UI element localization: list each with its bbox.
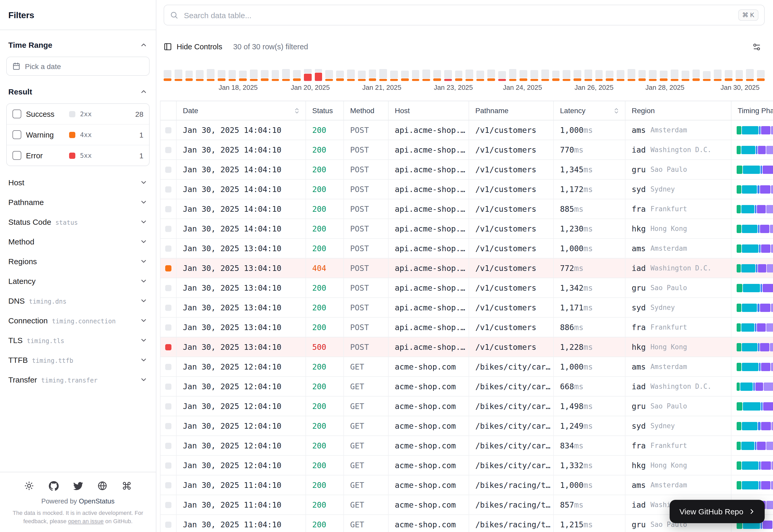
timing-phase-bar[interactable] [737,323,773,331]
timing-phase-bar[interactable] [737,284,773,292]
table-row[interactable]: Jan 30, 2025 13:04:10 200 POST api.acme-… [160,239,773,258]
column-header[interactable] [160,101,176,120]
row-status-indicator[interactable] [165,364,171,370]
row-status-indicator[interactable] [165,383,171,390]
histogram-bar[interactable] [423,70,430,81]
histogram-bar[interactable] [315,69,322,81]
date-picker[interactable]: Pick a date [6,57,149,76]
histogram-bar[interactable] [326,70,333,81]
histogram-bar[interactable] [520,70,527,81]
timing-phase-bar[interactable] [737,402,773,410]
row-status-indicator[interactable] [165,166,171,173]
sort-chevrons-icon[interactable] [613,107,620,114]
histogram-bar[interactable] [509,69,517,81]
histogram-bar[interactable] [573,70,581,81]
row-status-indicator[interactable] [165,304,171,311]
github-link-button[interactable] [48,481,59,491]
timing-phase-bar[interactable] [737,343,773,351]
timing-phase-bar[interactable] [737,363,773,371]
histogram-bar[interactable] [595,70,603,81]
sort-chevrons-icon[interactable] [294,107,300,114]
histogram-bar[interactable] [757,70,765,81]
time-range-section-toggle[interactable]: Time Range [6,34,149,56]
timing-phase-bar[interactable] [737,146,773,154]
view-github-repo-button[interactable]: View GitHub Repo [670,500,765,523]
search-input[interactable] [183,10,733,20]
row-status-indicator[interactable] [165,285,171,291]
open-issue-link[interactable]: open an issue [68,518,104,524]
filter-section-toggle[interactable]: DNS timing.dns [6,291,149,310]
histogram-bar[interactable] [606,71,614,81]
row-status-indicator[interactable] [165,482,171,488]
histogram-bar[interactable] [746,69,754,81]
table-row[interactable]: Jan 30, 2025 12:04:10 200 GET acme-shop.… [160,456,773,475]
table-row[interactable]: Jan 30, 2025 14:04:10 200 POST api.acme-… [160,140,773,160]
table-row[interactable]: Jan 30, 2025 14:04:10 200 POST api.acme-… [160,219,773,239]
table-row[interactable]: Jan 30, 2025 13:04:10 200 POST api.acme-… [160,318,773,337]
filter-section-toggle[interactable]: Pathname [6,192,149,212]
table-row[interactable]: Jan 30, 2025 13:04:10 200 POST api.acme-… [160,278,773,298]
table-row[interactable]: Jan 30, 2025 14:04:10 200 POST api.acme-… [160,199,773,219]
table-row[interactable]: Jan 30, 2025 13:04:10 200 POST api.acme-… [160,298,773,318]
column-header[interactable]: Region [626,101,731,120]
histogram-bar[interactable] [358,71,366,81]
histogram-bar[interactable] [218,70,226,81]
histogram-bar[interactable] [412,70,419,81]
filter-section-toggle[interactable]: TTFB timing.ttfb [6,350,149,370]
result-option-row[interactable]: Error 5xx 1 [7,145,149,166]
result-checkbox[interactable] [12,110,21,118]
table-row[interactable]: Jan 30, 2025 12:04:10 200 GET acme-shop.… [160,357,773,377]
row-status-indicator[interactable] [165,245,171,251]
histogram-bar[interactable] [638,70,646,81]
command-menu-button[interactable] [121,481,132,491]
histogram-bar[interactable] [185,71,193,81]
histogram-bar[interactable] [714,70,722,81]
timing-phase-bar[interactable] [737,244,773,253]
histogram-bar[interactable] [433,70,441,81]
histogram-bar[interactable] [401,71,409,81]
view-options-button[interactable] [748,38,765,55]
column-header[interactable]: Timing Phases [731,101,773,120]
histogram-bar[interactable] [250,70,258,81]
row-status-indicator[interactable] [165,462,171,468]
histogram-bar[interactable] [735,70,743,81]
table-row[interactable]: Jan 30, 2025 14:04:10 200 POST api.acme-… [160,160,773,180]
histogram-bar[interactable] [703,71,711,81]
table-row[interactable]: Jan 30, 2025 14:04:10 200 POST api.acme-… [160,120,773,140]
column-header[interactable]: Status [306,101,344,120]
timing-phase-bar[interactable] [737,461,773,469]
histogram-bar[interactable] [272,70,279,81]
table-row[interactable]: Jan 30, 2025 12:04:10 200 GET acme-shop.… [160,416,773,436]
row-status-indicator[interactable] [165,186,171,192]
column-header[interactable]: Host [389,101,469,120]
table-row[interactable]: Jan 30, 2025 12:04:10 200 GET acme-shop.… [160,397,773,416]
filter-section-toggle[interactable]: Transfer timing.transfer [6,370,149,389]
column-header[interactable]: Pathname [469,101,554,120]
histogram-bar[interactable] [455,71,463,81]
histogram-bar[interactable] [261,70,269,81]
result-section-toggle[interactable]: Result [6,81,149,102]
histogram-bar[interactable] [541,70,549,81]
histogram-bar[interactable] [585,70,592,81]
histogram-bar[interactable] [617,70,625,81]
histogram-bar[interactable] [379,69,387,81]
column-header[interactable]: Latency [554,101,626,120]
histogram-bar[interactable] [660,71,668,81]
result-option-row[interactable]: Success 2xx 28 [7,104,149,125]
row-status-indicator[interactable] [165,127,171,133]
table-row[interactable]: Jan 30, 2025 14:04:10 200 POST api.acme-… [160,180,773,199]
row-status-indicator[interactable] [165,324,171,330]
histogram-bar[interactable] [369,70,376,81]
histogram-bar[interactable] [228,70,236,81]
histogram-bar[interactable] [282,69,290,81]
histogram-bar[interactable] [239,71,247,81]
timing-phase-bar[interactable] [737,185,773,193]
row-status-indicator[interactable] [165,442,171,449]
filter-section-toggle[interactable]: Regions [6,251,149,271]
histogram-bar[interactable] [476,71,484,81]
histogram-bar[interactable] [207,69,215,81]
histogram-bar[interactable] [444,70,452,81]
row-status-indicator[interactable] [165,502,171,508]
filter-section-toggle[interactable]: Method [6,231,149,251]
histogram-bar[interactable] [336,71,344,81]
